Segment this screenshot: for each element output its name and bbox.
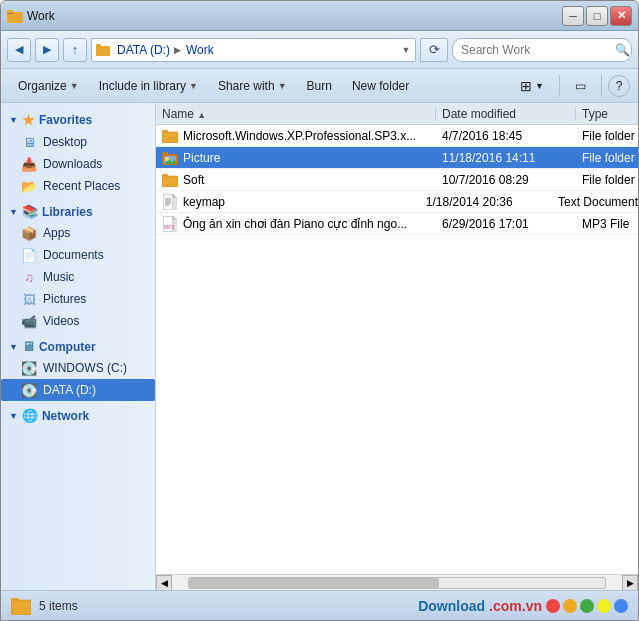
column-header: Name ▲ Date modified Type: [156, 103, 638, 125]
music-icon: ♫: [21, 269, 37, 285]
col-name-sort: ▲: [197, 110, 206, 120]
libraries-label: Libraries: [42, 205, 93, 219]
libraries-collapse-icon: ▼: [9, 207, 18, 217]
sidebar-item-windows-c[interactable]: 💽 WINDOWS (C:): [1, 357, 155, 379]
up-button[interactable]: ↑: [63, 38, 87, 62]
search-bar[interactable]: 🔍: [452, 38, 632, 62]
organize-dropdown-icon: ▼: [70, 81, 79, 91]
downloads-icon: 📥: [21, 156, 37, 172]
addr-data-label[interactable]: DATA (D:): [114, 43, 173, 57]
sidebar-item-pictures[interactable]: 🖼 Pictures: [1, 288, 155, 310]
scroll-left-button[interactable]: ◀: [156, 575, 172, 591]
network-collapse-icon: ▼: [9, 411, 18, 421]
sidebar-item-apps[interactable]: 📦 Apps: [1, 222, 155, 244]
sidebar-item-documents[interactable]: 📄 Documents: [1, 244, 155, 266]
back-button[interactable]: ◀: [7, 38, 31, 62]
file-type: File folder: [582, 173, 635, 187]
sidebar-header-computer[interactable]: ▼ 🖥 Computer: [1, 336, 155, 357]
addr-arrow-1: ▶: [174, 45, 181, 55]
maximize-button[interactable]: □: [586, 6, 608, 26]
sidebar-item-data-d[interactable]: 💽 DATA (D:): [1, 379, 155, 401]
sidebar-item-downloads[interactable]: 📥 Downloads: [1, 153, 155, 175]
addr-seg-data[interactable]: DATA (D:) ▶: [114, 43, 181, 57]
documents-label: Documents: [43, 248, 104, 262]
folder-svg2: [162, 173, 178, 187]
table-row[interactable]: Soft 10/7/2016 08:29 File folder: [156, 169, 638, 191]
scroll-right-button[interactable]: ▶: [622, 575, 638, 591]
share-dropdown-icon: ▼: [278, 81, 287, 91]
file-date: 4/7/2016 18:45: [442, 129, 522, 143]
network-label: Network: [42, 409, 89, 423]
addr-dropdown-btn[interactable]: ▼: [401, 40, 411, 60]
file-date: 1/18/2014 20:36: [426, 195, 513, 209]
new-folder-button[interactable]: New folder: [343, 73, 418, 99]
file-date: 11/18/2016 14:11: [442, 151, 535, 165]
pictures-label: Pictures: [43, 292, 86, 306]
forward-button[interactable]: ▶: [35, 38, 59, 62]
file-name-cell: keymap: [156, 194, 420, 210]
status-folder-icon: [11, 597, 31, 615]
sidebar-section-favorites: ▼ ★ Favorites 🖥 Desktop 📥 Downloads 📂 Re…: [1, 109, 155, 197]
svg-text:MP3: MP3: [164, 224, 175, 230]
horizontal-scrollbar[interactable]: [188, 577, 606, 589]
addr-work-label[interactable]: Work: [183, 43, 217, 57]
file-name: keymap: [183, 195, 225, 209]
search-icon[interactable]: 🔍: [615, 43, 630, 57]
organize-button[interactable]: Organize ▼: [9, 73, 88, 99]
file-name-cell: Soft: [156, 172, 436, 188]
content-area: ▼ ★ Favorites 🖥 Desktop 📥 Downloads 📂 Re…: [1, 103, 638, 590]
file-type: File folder: [582, 129, 635, 143]
sidebar-header-libraries[interactable]: ▼ 📚 Libraries: [1, 201, 155, 222]
views-button[interactable]: ⊞ ▼: [511, 73, 553, 99]
file-date-cell: 6/29/2016 17:01: [436, 217, 576, 231]
network-icon: 🌐: [22, 408, 38, 423]
include-library-button[interactable]: Include in library ▼: [90, 73, 207, 99]
refresh-button[interactable]: ⟳: [420, 38, 448, 62]
table-row[interactable]: Picture 11/18/2016 14:11 File folder: [156, 147, 638, 169]
sidebar-item-desktop[interactable]: 🖥 Desktop: [1, 131, 155, 153]
file-date-cell: 1/18/2014 20:36: [420, 195, 552, 209]
videos-label: Videos: [43, 314, 79, 328]
favorites-star-icon: ★: [22, 112, 35, 128]
sidebar-item-recent[interactable]: 📂 Recent Places: [1, 175, 155, 197]
data-d-icon: 💽: [21, 382, 37, 398]
burn-button[interactable]: Burn: [298, 73, 341, 99]
table-row[interactable]: keymap 1/18/2014 20:36 Text Document: [156, 191, 638, 213]
apps-label: Apps: [43, 226, 70, 240]
search-input[interactable]: [461, 43, 611, 57]
windows-c-label: WINDOWS (C:): [43, 361, 127, 375]
col-header-name[interactable]: Name ▲: [156, 107, 436, 121]
preview-button[interactable]: ▭: [566, 73, 595, 99]
file-type-cell: File folder: [576, 151, 638, 165]
sidebar-item-music[interactable]: ♫ Music: [1, 266, 155, 288]
views-dropdown: ▼: [535, 81, 544, 91]
minimize-button[interactable]: ─: [562, 6, 584, 26]
col-header-date[interactable]: Date modified: [436, 107, 576, 121]
col-header-type[interactable]: Type: [576, 107, 638, 121]
file-date-cell: 11/18/2016 14:11: [436, 151, 576, 165]
recent-label: Recent Places: [43, 179, 120, 193]
svg-rect-3: [96, 46, 110, 56]
sidebar-item-videos[interactable]: 📹 Videos: [1, 310, 155, 332]
nav-bar: ◀ ▶ ↑ DATA (D:) ▶ Work ▼ ⟳ 🔍: [1, 31, 638, 69]
help-button[interactable]: ?: [608, 75, 630, 97]
share-with-button[interactable]: Share with ▼: [209, 73, 296, 99]
file-list: Microsoft.Windows.XP.Professional.SP3.x.…: [156, 125, 638, 574]
sidebar-header-favorites[interactable]: ▼ ★ Favorites: [1, 109, 155, 131]
table-row[interactable]: MP3 Ông ăn xin chơi đàn Piano cực đỉnh n…: [156, 213, 638, 235]
addr-seg-work[interactable]: Work: [183, 43, 217, 57]
watermark-text: Download: [418, 598, 485, 614]
address-bar[interactable]: DATA (D:) ▶ Work ▼: [91, 38, 416, 62]
file-type-cell: MP3 File: [576, 217, 638, 231]
dot-2: [563, 599, 577, 613]
burn-label: Burn: [307, 79, 332, 93]
file-name-cell: Microsoft.Windows.XP.Professional.SP3.x.…: [156, 128, 436, 144]
table-row[interactable]: Microsoft.Windows.XP.Professional.SP3.x.…: [156, 125, 638, 147]
close-button[interactable]: ✕: [610, 6, 632, 26]
sidebar-header-network[interactable]: ▼ 🌐 Network: [1, 405, 155, 426]
file-name: Ông ăn xin chơi đàn Piano cực đỉnh ngo..…: [183, 217, 407, 231]
svg-rect-27: [11, 600, 31, 615]
svg-rect-6: [162, 130, 168, 133]
status-left: 5 items: [11, 597, 78, 615]
favorites-collapse-icon: ▼: [9, 115, 18, 125]
